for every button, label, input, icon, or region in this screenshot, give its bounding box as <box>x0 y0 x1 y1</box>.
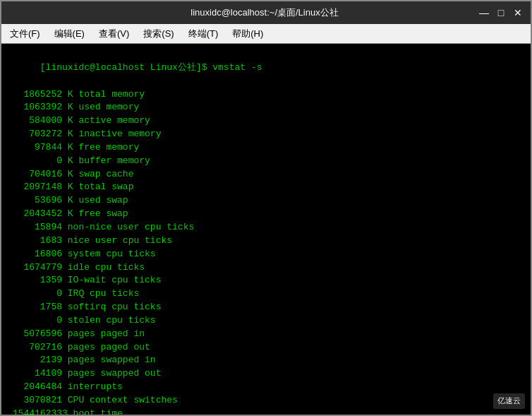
maximize-button[interactable]: □ <box>495 7 507 18</box>
menu-file[interactable]: 文件(F) <box>4 26 46 42</box>
menu-help[interactable]: 帮助(H) <box>226 26 269 42</box>
menu-view[interactable]: 查看(V) <box>93 26 135 42</box>
menu-edit[interactable]: 编辑(E) <box>49 26 90 42</box>
watermark: 亿速云 <box>493 393 525 409</box>
terminal-line: 3070821 CPU context switches <box>7 394 525 408</box>
terminal-line: 1544162333 boot time <box>7 408 525 415</box>
terminal-line: 0 K buffer memory <box>7 155 525 168</box>
terminal-line: 2097148 K total swap <box>7 181 525 194</box>
terminal-lines: 1865252 K total memory 1063392 K used me… <box>7 88 525 415</box>
close-button[interactable]: ✕ <box>512 7 524 18</box>
terminal-command: vmstat -s <box>212 62 262 73</box>
terminal-output: [linuxidc@localhost Linux公社]$ vmstat -s <box>7 48 525 88</box>
terminal-line: 5076596 pages paged in <box>7 328 525 341</box>
terminal-line: 1683 nice user cpu ticks <box>7 234 525 248</box>
terminal-line: 0 stolen cpu ticks <box>7 314 525 328</box>
window-title: linuxidc@localhost:~/桌面/Linux公社 <box>51 6 478 19</box>
terminal-line: 1865252 K total memory <box>7 88 525 102</box>
terminal-line: 702716 pages paged out <box>7 341 525 355</box>
terminal-line: 97844 K free memory <box>7 141 525 155</box>
terminal-line: 0 IRQ cpu ticks <box>7 287 525 301</box>
title-bar: linuxidc@localhost:~/桌面/Linux公社 — □ ✕ <box>1 1 531 24</box>
terminal-line: 16806 system cpu ticks <box>7 248 525 261</box>
prompt-start: [linuxidc@localhost Linux公社]$ <box>40 62 212 73</box>
terminal-line: 1359 IO-wait cpu ticks <box>7 274 525 287</box>
terminal-line: 53696 K used swap <box>7 194 525 208</box>
terminal-line: 15894 non-nice user cpu ticks <box>7 221 525 234</box>
terminal-line: 584000 K active memory <box>7 114 525 128</box>
terminal-area[interactable]: [linuxidc@localhost Linux公社]$ vmstat -s … <box>1 44 531 415</box>
terminal-line: 2043452 K free swap <box>7 208 525 221</box>
menu-search[interactable]: 搜索(S) <box>138 26 179 42</box>
terminal-window: linuxidc@localhost:~/桌面/Linux公社 — □ ✕ 文件… <box>0 0 532 416</box>
terminal-line: 2046484 interrupts <box>7 381 525 394</box>
terminal-line: 704016 K swap cache <box>7 168 525 182</box>
window-controls: — □ ✕ <box>478 7 524 18</box>
terminal-line: 2139 pages swapped in <box>7 354 525 367</box>
terminal-line: 1674779 idle cpu ticks <box>7 261 525 275</box>
minimize-button[interactable]: — <box>478 7 490 18</box>
terminal-line: 1063392 K used memory <box>7 101 525 114</box>
terminal-line: 14109 pages swapped out <box>7 367 525 381</box>
menu-terminal[interactable]: 终端(T) <box>183 26 224 42</box>
terminal-line: 1758 softirq cpu ticks <box>7 301 525 314</box>
menu-bar: 文件(F) 编辑(E) 查看(V) 搜索(S) 终端(T) 帮助(H) <box>1 24 531 44</box>
terminal-line: 703272 K inactive memory <box>7 128 525 141</box>
